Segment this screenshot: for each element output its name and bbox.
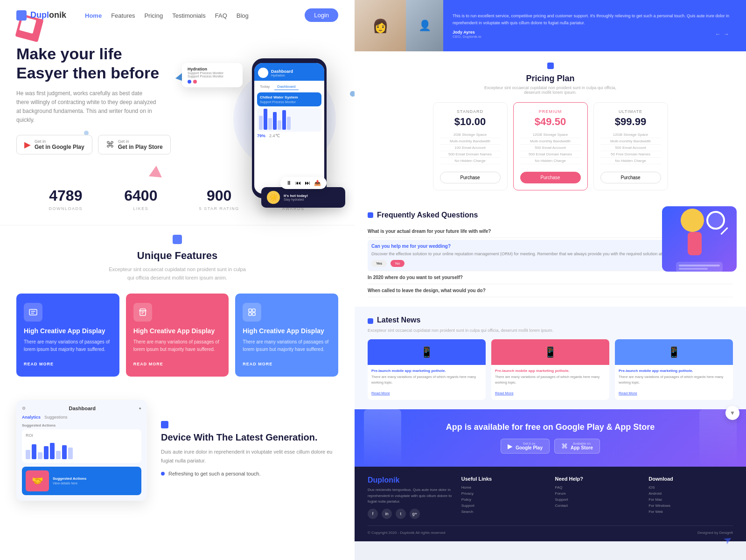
google-play-button[interactable]: ▶ Get in Get in Google Play [16,135,92,154]
features-grid: High Creative App Display There are many… [16,294,338,377]
cta-google-play-button[interactable]: ▶ Get it on Google Play [501,439,550,454]
news-cat-3: Pre-launch mobile app marketing pothole. [619,369,729,373]
footer-link-privacy[interactable]: Privacy [461,491,546,496]
price-card-standard: STANDARD $10.00 2GB Storage Space Multi-… [433,102,508,190]
nav-item-pricing[interactable]: Pricing [144,11,163,20]
svg-rect-4 [249,313,251,315]
footer-link-policy[interactable]: Policy [461,497,546,502]
cta-deco-left [364,409,401,467]
news-tag [368,318,373,324]
news-cat-2: Pre-launch mobile app marketing pothole. [495,369,606,373]
apple-icon: ⌘ [106,140,114,150]
right-panel: 👩 👤 This is to run excellent service, co… [355,0,746,560]
social-linkedin[interactable]: in [382,509,392,519]
pause-icon[interactable]: ⏸ [286,180,292,186]
share-icon[interactable]: 📤 [314,180,321,186]
features-premium: 12GB Storage Space Multi-monthly Bandwid… [520,132,581,164]
purchase-ultimate-button[interactable]: Purchase [600,172,661,183]
faq-item-4: When called to leave the design, what wo… [368,284,733,297]
phone-content: Today Dashboard Chilled Water System Sup… [254,81,324,141]
nav-item-home[interactable]: Home [85,11,102,20]
notif-icon: ☀️ [267,191,280,204]
prev-icon[interactable]: ⏮ [295,180,301,186]
faq-yes-button[interactable]: Yes [371,260,387,267]
footer-link-home[interactable]: Home [461,485,546,490]
media-controls: ⏸ ⏮ ⏭ 📤 [280,177,327,189]
feature-link-1[interactable]: READ MORE [24,362,54,366]
feature-link-3[interactable]: READ MORE [243,362,272,366]
hero-title: Make your life Easyer then before [16,44,166,83]
faq-no-button[interactable]: No [390,260,404,267]
phone-tabs: Today Dashboard [257,84,321,90]
footer-link-support[interactable]: Support [461,504,546,508]
scroll-indicator[interactable]: ▼ [725,406,739,420]
news-readmore-3[interactable]: Read More [619,391,637,395]
footer-help-faq[interactable]: FAQ [555,485,640,490]
testimonial-text-area: This is to run excellent service, compet… [443,6,746,45]
footer-dl-ios[interactable]: iOS [648,485,733,490]
footer-dl-web[interactable]: For Web [648,510,733,514]
social-facebook[interactable]: f [368,509,378,519]
features-header: Unique Features Excepteur sint occaecat … [16,235,338,282]
device-tabs: Analytics Suggestions [22,415,141,420]
features-title: Unique Features [16,250,338,262]
features-tag [173,235,182,244]
nav-item-faq[interactable]: FAQ [215,11,227,20]
footer-links-col: Useful Links Home Privacy Policy Support… [461,476,546,519]
social-googleplus[interactable]: g+ [410,509,420,519]
cta-buttons: ▶ Get it on Google Play ⌘ Available on A… [368,439,733,454]
footer-help-contact[interactable]: Contact [555,504,640,508]
testimonial-arrows: ← → [715,31,729,37]
footer-tagline: Duo reiciendis temporibus. Quis aute iru… [368,487,452,505]
price-premium: $49.50 [520,116,581,128]
hero-section: Make your life Easyer then before He was… [0,30,355,164]
news-excerpt-1: There are many variations of passages of… [371,374,482,385]
footer-dl-android[interactable]: Android [648,491,733,496]
svg-rect-1 [140,311,146,315]
purchase-premium-button[interactable]: Purchase [520,172,581,183]
navbar: Duplonik Home Features Pricing Testimoni… [0,0,355,30]
price-card-premium: PREMIUM $49.50 12GB Storage Space Multi-… [513,102,588,190]
news-excerpt-2: There are many variations of passages of… [495,374,606,385]
faq-title: Frequently Asked Questions [377,211,478,219]
float-card-notification: ☀️ It's hot today! Stay hydrated [261,187,345,208]
nav-item-blog[interactable]: Blog [237,11,249,20]
device-section-title: Device With The Latest Generation. [161,432,338,443]
social-twitter[interactable]: t [396,509,406,519]
svg-rect-3 [252,309,255,312]
news-readmore-1[interactable]: Read More [371,391,390,395]
features-standard: 2GB Storage Space Multi-monthly Bandwidt… [440,132,501,164]
device-mockup: ⚙ Dashboard ● Analytics Suggestions Sugg… [16,400,147,501]
news-readmore-2[interactable]: Read More [495,391,514,395]
footer-logo: Duplonik [368,476,452,484]
footer-help-support[interactable]: Support [555,497,640,502]
footer-help-forum[interactable]: Forum [555,491,640,496]
float-card-hydration: Hydration Support Process Monitor Suppor… [182,63,243,87]
feature-link-2[interactable]: READ MORE [133,362,163,366]
next-arrow[interactable]: → [724,31,729,37]
feature-card-2: High Creative App Display There are many… [126,294,229,377]
login-button[interactable]: Login [305,8,338,22]
device-header-bar: ⚙ Dashboard ● [22,406,141,411]
purchase-standard-button[interactable]: Purchase [440,172,501,183]
faq-question-4[interactable]: When called to leave the design, what wo… [368,288,733,293]
app-store-button[interactable]: ⌘ Get in Get in Play Store [98,135,171,154]
nav-item-features[interactable]: Features [111,11,135,20]
faq-question-3[interactable]: In 2020 where do you want to set yoursel… [368,275,733,280]
phone-chart [257,108,321,132]
svg-rect-0 [29,309,37,315]
cta-play-icon: ▶ [508,442,513,450]
news-cards: 📱 Pre-launch mobile app marketing pothol… [368,339,733,400]
prev-arrow[interactable]: ← [715,31,721,37]
pricing-title: Pricing Plan [368,74,733,84]
features-section: Unique Features Excepteur sint occaecat … [0,225,355,390]
testimonial-author: Jody Ayres [453,30,481,35]
cta-app-store-button[interactable]: ⌘ Available on App Store [554,439,600,454]
next-icon[interactable]: ⏭ [305,180,310,186]
phone-avatar [258,68,268,78]
footer-dl-windows[interactable]: For Windows [648,504,733,508]
nav-item-testimonials[interactable]: Testimonials [172,11,206,20]
logo[interactable]: Duplonik [16,10,66,21]
footer-dl-mac[interactable]: For Mac [648,497,733,502]
footer-link-search[interactable]: Search [461,510,546,514]
